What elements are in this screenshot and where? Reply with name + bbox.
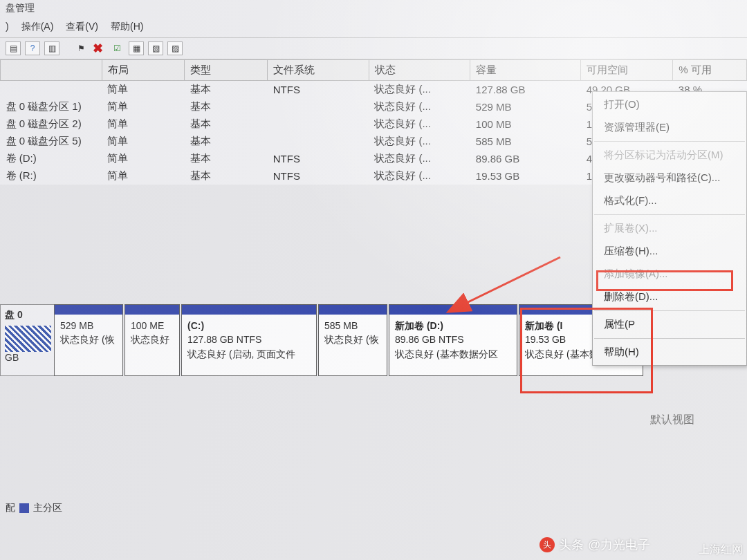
ctx-mirror: 添加镜像(A)... bbox=[593, 263, 746, 286]
ctx-open[interactable]: 打开(O) bbox=[593, 93, 746, 116]
col-capacity[interactable]: 容量 bbox=[470, 60, 581, 81]
toolbar-btn-3[interactable]: ▥ bbox=[44, 41, 59, 55]
partition-block[interactable]: (C:) 127.88 GB NTFS状态良好 (启动, 页面文件 bbox=[181, 304, 317, 376]
toolbar-btn-check-icon[interactable]: ☑ bbox=[109, 41, 124, 55]
ctx-format[interactable]: 格式化(F)... bbox=[593, 189, 746, 212]
toolbar-btn-8[interactable]: ▧ bbox=[148, 41, 163, 55]
watermark-toutiao: 头 头条 @力光电子 bbox=[540, 536, 650, 553]
legend-swatch-primary bbox=[19, 503, 29, 513]
toolbar-btn-delete-icon[interactable]: ✖ bbox=[93, 41, 105, 56]
disk-name: 盘 0 bbox=[5, 309, 51, 321]
col-layout[interactable]: 布局 bbox=[102, 60, 185, 81]
window-title: 盘管理 bbox=[0, 0, 747, 17]
toolbar-btn-1[interactable]: ▤ bbox=[6, 41, 21, 55]
col-volume[interactable] bbox=[1, 60, 102, 81]
menu-action[interactable]: 操作(A) bbox=[21, 21, 54, 33]
watermark-site: 上海红网 bbox=[699, 543, 743, 557]
menubar: ) 操作(A) 查看(V) 帮助(H) bbox=[0, 17, 747, 38]
col-type[interactable]: 类型 bbox=[185, 60, 268, 81]
disk-header[interactable]: 盘 0 GB bbox=[0, 304, 54, 376]
toolbar-btn-help-icon[interactable]: ? bbox=[25, 41, 40, 55]
toolbar-btn-7[interactable]: ▦ bbox=[129, 41, 144, 55]
ctx-mark-active: 将分区标记为活动分区(M) bbox=[593, 144, 746, 167]
col-free[interactable]: 可用空间 bbox=[581, 60, 673, 81]
legend: 配 主分区 bbox=[0, 498, 68, 519]
partition-block[interactable]: 529 MB状态良好 (恢 bbox=[54, 304, 123, 376]
toolbar-btn-flag-icon[interactable]: ⚑ bbox=[73, 41, 89, 55]
svg-line-0 bbox=[450, 257, 560, 311]
menu-view[interactable]: 查看(V) bbox=[66, 21, 98, 33]
ctx-delete[interactable]: 删除卷(D)... bbox=[593, 286, 746, 308]
toutiao-icon: 头 bbox=[540, 537, 555, 552]
menu-placeholder[interactable]: ) bbox=[6, 21, 9, 33]
partition-block[interactable]: 新加卷 (D:) 89.86 GB NTFS状态良好 (基本数据分区 bbox=[389, 304, 517, 376]
side-text: 默认视图 bbox=[650, 413, 694, 427]
ctx-change-drive[interactable]: 更改驱动器号和路径(C)... bbox=[593, 167, 746, 189]
partition-block[interactable]: 585 MB状态良好 (恢 bbox=[318, 304, 387, 376]
disk-hatch-icon bbox=[5, 326, 51, 352]
context-menu: 打开(O) 资源管理器(E) 将分区标记为活动分区(M) 更改驱动器号和路径(C… bbox=[592, 91, 747, 366]
ctx-properties[interactable]: 属性(P bbox=[593, 313, 746, 336]
ctx-explorer[interactable]: 资源管理器(E) bbox=[593, 116, 746, 139]
ctx-help[interactable]: 帮助(H) bbox=[593, 341, 746, 364]
toolbar: ▤ ? ▥ ⚑ ✖ ☑ ▦ ▧ ▨ bbox=[0, 38, 747, 59]
ctx-shrink[interactable]: 压缩卷(H)... bbox=[593, 240, 746, 263]
col-pct[interactable]: % 可用 bbox=[673, 60, 747, 81]
col-fs[interactable]: 文件系统 bbox=[268, 60, 369, 81]
col-status[interactable]: 状态 bbox=[369, 60, 470, 81]
partition-block[interactable]: 100 ME状态良好 bbox=[124, 304, 180, 376]
disk-size: GB bbox=[5, 352, 51, 363]
ctx-extend: 扩展卷(X)... bbox=[593, 217, 746, 240]
toolbar-btn-9[interactable]: ▨ bbox=[167, 41, 183, 55]
menu-help[interactable]: 帮助(H) bbox=[111, 21, 143, 33]
